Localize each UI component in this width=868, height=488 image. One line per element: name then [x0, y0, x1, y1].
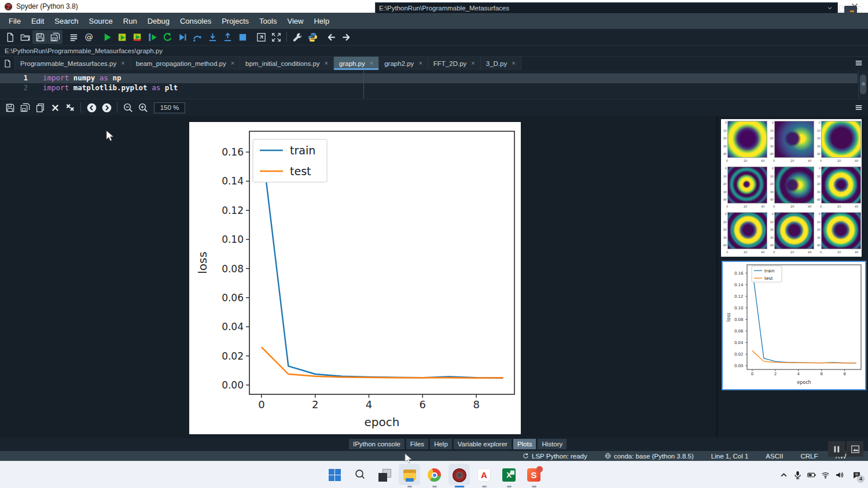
tray-battery-icon[interactable]	[807, 471, 816, 480]
pane-tab-files[interactable]: Files	[406, 439, 428, 449]
tab-close-icon[interactable]: ×	[121, 60, 124, 66]
forward-button[interactable]	[339, 30, 354, 44]
taskbar-search-button[interactable]	[347, 461, 372, 488]
maximize-pane-button[interactable]	[253, 30, 269, 44]
menu-tools[interactable]: Tools	[254, 14, 282, 28]
tab-close-icon[interactable]: ×	[512, 60, 515, 66]
step-out-button[interactable]	[220, 30, 235, 44]
close-all-plots-button[interactable]	[62, 101, 78, 114]
plot-zoom-level[interactable]: 150 %	[154, 102, 185, 113]
debug-file-button[interactable]	[175, 30, 190, 44]
python-path-button[interactable]	[305, 30, 320, 44]
new-file-button[interactable]	[2, 30, 17, 44]
taskbar-explorer-button[interactable]	[397, 461, 422, 488]
preferences-button[interactable]	[290, 30, 305, 44]
editor-scrollbar[interactable]	[858, 70, 868, 99]
tray-chevron-up-icon[interactable]	[779, 471, 788, 480]
pane-tab-history[interactable]: History	[538, 439, 567, 449]
run-file-button[interactable]	[100, 30, 115, 44]
run-cell-button[interactable]	[115, 30, 130, 44]
menu-consoles[interactable]: Consoles	[175, 14, 216, 28]
pane-tab-variable-explorer[interactable]: Variable explorer	[454, 439, 512, 449]
taskbar-spyder-button[interactable]	[447, 461, 472, 488]
tab-close-icon[interactable]: ×	[325, 60, 328, 66]
active-app-indicator	[454, 486, 464, 487]
copy-plot-button[interactable]	[32, 101, 47, 114]
zoom-in-button[interactable]	[135, 101, 150, 114]
previous-plot-button[interactable]	[84, 101, 99, 114]
menu-help[interactable]: Help	[308, 14, 334, 28]
thumbnail-grid-plot[interactable]: 0102030400204001020304002040010203040020…	[721, 119, 862, 257]
fullscreen-button[interactable]	[269, 30, 284, 44]
start-icon	[329, 469, 341, 482]
taskbar-task-view-button[interactable]	[372, 461, 397, 488]
next-plot-icon	[101, 102, 112, 113]
pane-tab-ipython-console[interactable]: IPython console	[349, 439, 404, 449]
menu-search[interactable]: Search	[49, 14, 83, 28]
thumbnail-loss-plot-selected[interactable]: 0.000.020.040.060.080.100.120.140.160246…	[722, 261, 866, 390]
editor-tab-bpm_initial_conditions.py[interactable]: bpm_initial_conditions.py×	[240, 57, 334, 70]
pane-divider[interactable]	[716, 116, 718, 438]
open-file-button[interactable]	[17, 30, 32, 44]
tray-notifications-icon[interactable]: 4	[852, 471, 861, 480]
run-cell-advance-button[interactable]	[130, 30, 145, 44]
menu-view[interactable]: View	[282, 14, 308, 28]
menu-run[interactable]: Run	[118, 14, 142, 28]
step-into-button[interactable]	[205, 30, 220, 44]
menu-edit[interactable]: Edit	[26, 14, 49, 28]
svg-text:0.16: 0.16	[734, 271, 744, 276]
editor-tab-graph2.py[interactable]: graph2.py×	[379, 57, 428, 70]
close-plot-button[interactable]	[47, 101, 62, 114]
plots-options-menu-button[interactable]	[852, 101, 866, 114]
working-directory-field[interactable]: E:\PythonRun\Programmable_Metasurfaces	[375, 2, 838, 14]
menu-projects[interactable]: Projects	[216, 14, 254, 28]
tray-microphone-icon[interactable]	[793, 471, 802, 480]
taskbar-acrobat-button[interactable]: A	[472, 461, 496, 488]
tab-label: FFT_2D.py	[433, 60, 467, 67]
menu-source[interactable]: Source	[84, 14, 118, 28]
file-list-button[interactable]	[0, 57, 15, 70]
save-all-button[interactable]	[47, 30, 62, 44]
tab-close-icon[interactable]: ×	[418, 60, 422, 66]
menu-debug[interactable]: Debug	[142, 14, 175, 28]
editor-tab-beam_propagation_method.py[interactable]: beam_propagation_method.py×	[131, 57, 240, 70]
save-all-plots-button[interactable]	[17, 101, 32, 114]
editor-options-menu-button[interactable]	[852, 57, 866, 69]
save-file-button[interactable]	[32, 30, 47, 44]
chevron-down-icon[interactable]	[826, 4, 834, 12]
taskbar-start-button[interactable]	[322, 461, 347, 488]
taskbar-chrome-button[interactable]	[422, 461, 447, 488]
pane-tab-help[interactable]: Help	[430, 439, 452, 449]
plots-toolbar: 150 %	[0, 99, 868, 116]
run-selection-button[interactable]	[145, 30, 160, 44]
taskbar-excel-button[interactable]: X	[496, 461, 521, 488]
run-selection-icon	[147, 32, 158, 43]
plot-preview-button[interactable]	[847, 441, 863, 457]
code-editor[interactable]: 1import numpy as np2import matplotlib.py…	[0, 70, 868, 99]
back-button[interactable]	[323, 30, 339, 44]
taskbar-sogou-button[interactable]: S	[521, 461, 546, 488]
tray-wifi-icon[interactable]	[821, 471, 830, 480]
menu-file[interactable]: File	[3, 14, 26, 28]
save-plot-button[interactable]	[2, 101, 17, 114]
editor-tab-Programmable_Metasurfaces.py[interactable]: Programmable_Metasurfaces.py×	[15, 57, 131, 70]
tray-volume-icon[interactable]	[834, 471, 844, 480]
tab-close-icon[interactable]: ×	[370, 60, 373, 66]
step-over-button[interactable]	[190, 30, 205, 44]
next-plot-button[interactable]	[99, 101, 114, 114]
tab-close-icon[interactable]: ×	[471, 60, 475, 66]
running-app-indicator	[482, 486, 487, 487]
heatmap-image-crescent-dark	[774, 121, 814, 158]
rerun-cell-button[interactable]	[160, 30, 175, 44]
symbol-finder-button[interactable]: @	[81, 30, 96, 44]
pane-tab-plots[interactable]: Plots	[513, 439, 536, 449]
editor-tab-3_D.py[interactable]: 3_D.py×	[481, 57, 521, 70]
svg-text:test: test	[764, 276, 773, 281]
editor-tab-graph.py[interactable]: graph.py×	[334, 57, 379, 70]
file-switcher-button[interactable]	[66, 30, 81, 44]
pause-button[interactable]	[828, 441, 845, 457]
stop-debug-button[interactable]	[235, 30, 250, 44]
editor-tab-FFT_2D.py[interactable]: FFT_2D.py×	[428, 57, 481, 70]
tab-close-icon[interactable]: ×	[231, 60, 234, 66]
zoom-out-button[interactable]	[120, 101, 135, 114]
